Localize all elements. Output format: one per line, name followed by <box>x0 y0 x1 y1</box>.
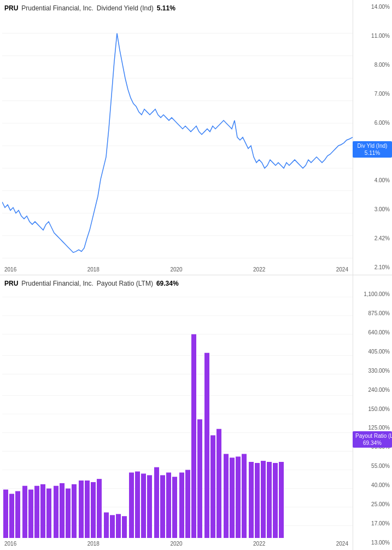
svg-rect-57 <box>210 435 215 538</box>
top-chart-area <box>2 16 353 264</box>
top-value: 5.11% <box>157 4 175 12</box>
svg-rect-68 <box>279 462 284 538</box>
y-label-7: 4.00% <box>355 178 390 183</box>
bx-label-2024: 2024 <box>336 541 348 547</box>
bottom-chart-header: PRU Prudential Financial, Inc. Payout Ra… <box>4 280 179 287</box>
svg-rect-41 <box>110 515 115 538</box>
by-label-4: 405.00% <box>355 349 390 355</box>
y-label-3: 8.00% <box>355 62 390 68</box>
y-label-8: 3.00% <box>355 207 390 212</box>
svg-rect-42 <box>116 514 121 538</box>
x-label-2016: 2016 <box>4 267 16 273</box>
by-label-13: 17.00% <box>355 521 390 526</box>
y-label-4: 7.00% <box>355 91 390 97</box>
bx-label-2022: 2022 <box>253 541 265 547</box>
by-label-12: 25.00% <box>355 502 390 507</box>
top-x-axis: 2016 2018 2020 2022 2024 <box>0 265 353 274</box>
bx-label-2016: 2016 <box>4 541 16 547</box>
svg-rect-55 <box>197 419 202 538</box>
svg-rect-31 <box>46 489 51 538</box>
payout-tooltip-line1: Payout Ratio (LTM) <box>355 432 389 439</box>
svg-rect-53 <box>185 470 190 538</box>
svg-rect-67 <box>273 463 278 538</box>
x-label-2018: 2018 <box>87 267 100 273</box>
bottom-company: Prudential Financial, Inc. <box>21 280 93 287</box>
svg-rect-45 <box>135 472 140 538</box>
dividend-yield-svg <box>2 16 353 264</box>
svg-rect-49 <box>160 475 165 538</box>
svg-rect-24 <box>3 490 8 538</box>
svg-rect-60 <box>230 458 235 538</box>
x-label-2020: 2020 <box>170 267 182 273</box>
svg-rect-28 <box>28 490 33 538</box>
svg-rect-26 <box>15 491 20 538</box>
svg-rect-43 <box>122 516 127 538</box>
bottom-y-axis: 1,100.00% 875.00% 640.00% 405.00% 330.00… <box>353 275 392 550</box>
top-y-axis: 14.00% 11.00% 8.00% 7.00% 6.00% 5.00% 4.… <box>353 0 392 275</box>
svg-rect-56 <box>204 353 209 538</box>
bottom-metric: Payout Ratio (LTM) <box>97 280 153 287</box>
top-company: Prudential Financial, Inc. <box>21 4 93 12</box>
svg-rect-36 <box>79 480 84 538</box>
payout-ratio-chart: PRU Prudential Financial, Inc. Payout Ra… <box>0 275 392 550</box>
bx-label-2018: 2018 <box>87 541 100 547</box>
by-label-6: 240.00% <box>355 387 390 393</box>
bottom-x-axis: 2016 2018 2020 2022 2024 <box>0 540 353 548</box>
payout-ratio-svg <box>2 292 353 538</box>
svg-rect-62 <box>242 454 247 538</box>
svg-rect-44 <box>129 472 134 538</box>
svg-rect-40 <box>104 512 109 538</box>
top-chart-header: PRU Prudential Financial, Inc. Dividend … <box>4 4 175 12</box>
y-label-2: 11.00% <box>355 33 390 39</box>
svg-rect-32 <box>54 486 58 538</box>
svg-rect-39 <box>97 479 102 538</box>
svg-rect-27 <box>22 486 27 538</box>
tooltip-line2: 5.11% <box>355 149 389 157</box>
svg-rect-58 <box>217 429 221 538</box>
by-label-2: 875.00% <box>355 311 390 316</box>
svg-rect-64 <box>255 463 260 538</box>
y-label-5: 6.00% <box>355 120 390 126</box>
svg-rect-37 <box>85 480 90 538</box>
dividend-yield-chart: PRU Prudential Financial, Inc. Dividend … <box>0 0 392 275</box>
by-label-10: 55.00% <box>355 464 390 469</box>
by-label-3: 640.00% <box>355 330 390 335</box>
svg-rect-47 <box>147 475 152 538</box>
div-yield-tooltip: Div Yld (Ind) 5.11% <box>353 141 392 158</box>
y-label-9: 2.42% <box>355 236 390 241</box>
svg-rect-34 <box>66 489 71 538</box>
svg-rect-59 <box>224 454 229 538</box>
svg-rect-30 <box>40 484 45 538</box>
by-label-5: 330.00% <box>355 368 390 374</box>
svg-rect-54 <box>191 334 196 538</box>
main-container: PRU Prudential Financial, Inc. Dividend … <box>0 0 392 550</box>
by-label-7: 150.00% <box>355 407 390 412</box>
payout-tooltip-line2: 69.34% <box>355 439 389 447</box>
svg-rect-52 <box>179 472 184 538</box>
y-label-1: 14.00% <box>355 4 390 10</box>
by-label-1: 1,100.00% <box>355 292 390 297</box>
svg-rect-46 <box>141 473 146 538</box>
svg-rect-65 <box>261 461 266 538</box>
y-label-10: 2.10% <box>355 265 390 270</box>
by-label-11: 40.00% <box>355 483 390 488</box>
x-label-2024: 2024 <box>336 267 348 273</box>
top-metric: Dividend Yield (Ind) <box>97 4 154 12</box>
svg-rect-48 <box>154 467 159 538</box>
svg-rect-38 <box>91 482 96 538</box>
bx-label-2020: 2020 <box>170 541 182 547</box>
svg-rect-29 <box>34 486 39 538</box>
svg-rect-33 <box>60 483 65 538</box>
by-label-14: 13.00% <box>355 540 390 546</box>
tooltip-line1: Div Yld (Ind) <box>355 142 389 149</box>
svg-rect-61 <box>236 456 241 538</box>
bottom-ticker: PRU <box>4 280 18 287</box>
bottom-chart-area <box>2 292 353 538</box>
by-label-8: 125.00% <box>355 425 390 431</box>
payout-ratio-tooltip: Payout Ratio (LTM) 69.34% <box>353 431 392 448</box>
svg-rect-50 <box>166 472 171 538</box>
svg-rect-63 <box>249 462 254 538</box>
top-ticker: PRU <box>4 4 18 12</box>
svg-rect-51 <box>172 477 177 538</box>
bottom-value: 69.34% <box>156 280 179 287</box>
